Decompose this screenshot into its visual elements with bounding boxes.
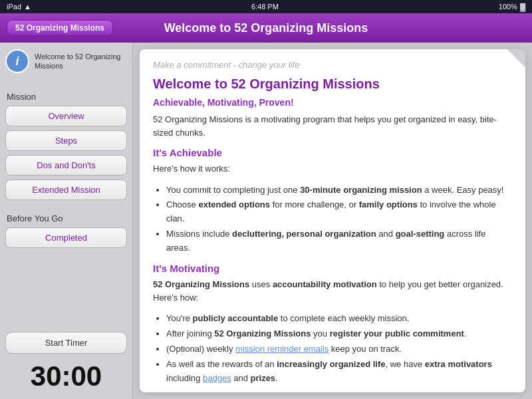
before-you-go-label: Before You Go [5, 213, 127, 223]
section-achievable-body: Here's how it works: [153, 162, 512, 176]
badges-link[interactable]: badges [203, 373, 231, 383]
start-timer-button[interactable]: Start Timer [5, 332, 127, 354]
section-motivating-body: 52 Organizing Missions uses accountabili… [153, 278, 512, 304]
battery-icon: ▓ [520, 3, 525, 11]
list-item: You commit to completing just one 30-min… [166, 184, 512, 198]
back-button[interactable]: 52 Organizing Missions [7, 20, 113, 36]
list-item: (Optional) weekly mission reminder email… [166, 342, 512, 356]
list-item: As well as the rewards of an increasingl… [166, 358, 512, 386]
dos-donts-button[interactable]: Dos and Don'ts [5, 155, 127, 176]
content-subtitle: Achievable, Motivating, Proven! [153, 97, 512, 108]
mission-reminder-link[interactable]: mission reminder emails [235, 344, 329, 354]
content-title: Welcome to 52 Organizing Missions [153, 76, 512, 92]
content-intro: 52 Organizing Missions is a motivating p… [153, 113, 512, 139]
header-title: Welcome to 52 Organizing Missions [164, 21, 368, 35]
overview-button[interactable]: Overview [5, 106, 127, 126]
steps-button[interactable]: Steps [5, 130, 127, 151]
header: 52 Organizing Missions Welcome to 52 Org… [0, 13, 532, 43]
content-card: Make a commitment - change your life Wel… [140, 49, 525, 392]
section-achievable-list: You commit to completing just one 30-min… [166, 184, 512, 255]
sidebar: i Welcome to 52 Organizing Missions Miss… [0, 43, 133, 399]
status-bar: iPad ▲ 6:48 PM 100% ▓ [0, 0, 532, 13]
completed-button[interactable]: Completed [5, 227, 127, 248]
section-motivating-title: It's Motivating [153, 263, 512, 274]
content-area: Make a commitment - change your life Wel… [133, 43, 532, 399]
timer-display: 30:00 [5, 360, 127, 392]
info-icon: i [5, 49, 29, 73]
main-layout: i Welcome to 52 Organizing Missions Miss… [0, 43, 532, 399]
list-item: You're publicly accountable to complete … [166, 312, 512, 326]
extended-mission-button[interactable]: Extended Mission [5, 180, 127, 200]
section-motivating-list: You're publicly accountable to complete … [166, 312, 512, 385]
section-achievable-title: It's Achievable [153, 147, 512, 158]
sidebar-app-header: i Welcome to 52 Organizing Missions [5, 49, 127, 78]
list-item: Choose extended options for more challen… [166, 198, 512, 226]
sidebar-app-title: Welcome to 52 Organizing Missions [35, 52, 127, 71]
list-item: Missions include decluttering, personal … [166, 227, 512, 255]
wifi-icon: ▲ [24, 3, 31, 11]
carrier-label: iPad [7, 3, 21, 11]
list-item: After joining 52 Organizing Missions you… [166, 327, 512, 341]
content-tagline: Make a commitment - change your life [153, 60, 512, 70]
mission-section-label: Mission [5, 92, 127, 102]
status-time: 6:48 PM [251, 3, 279, 11]
battery-label: 100% [499, 3, 517, 11]
